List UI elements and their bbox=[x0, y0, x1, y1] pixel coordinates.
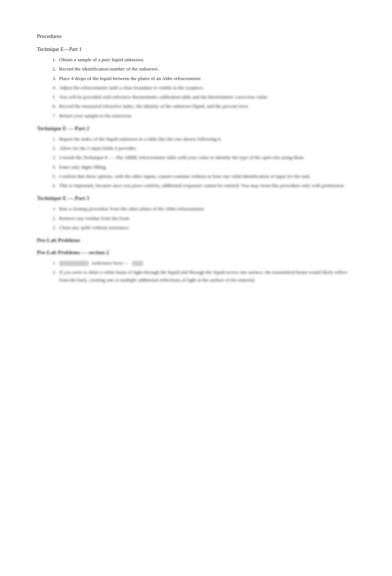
list-item: 4. Enter only digits filling. bbox=[48, 163, 355, 171]
list-item: 3. Consult the Technique E — The ABBE re… bbox=[48, 154, 355, 161]
page-container: Procedures Technique E—Part 1 1. Obtain … bbox=[37, 33, 355, 284]
pre-lab-problems-section-title: Pre-Lab Problems — section 2 bbox=[37, 249, 355, 256]
list-item: 2. Record the identification number of t… bbox=[48, 65, 355, 73]
pre-lab-problems-heading: Pre-Lab Problems bbox=[37, 237, 355, 244]
technique-e-part3-title: Technique E — Part 3 bbox=[37, 195, 355, 201]
list-item: 3. Clean any spills without assistance. bbox=[48, 224, 355, 231]
list-item: 5. Confirm that these options, with the … bbox=[48, 173, 355, 180]
section-heading: Procedures bbox=[37, 33, 355, 39]
list-item: 3. Place 4 drops of the liquid between t… bbox=[48, 75, 355, 82]
technique-e-part2-title: Technique E — Part 2 bbox=[37, 125, 355, 132]
list-item: 2. If you were to shine a white beam of … bbox=[48, 269, 355, 284]
list-item: 2. Allow for the 2 input fields it provi… bbox=[48, 145, 355, 152]
list-item: 6. This is important, because once you p… bbox=[48, 182, 355, 189]
list-item: 1. Obtain a sample of a pure liquid unkn… bbox=[48, 56, 355, 63]
list-item: 6. Record the measured refractive index,… bbox=[48, 103, 355, 110]
technique-e-part1-title: Technique E—Part 1 bbox=[37, 46, 355, 52]
list-item: 5. You will be provided with reference t… bbox=[48, 93, 355, 101]
list-item: 1. Report the index of the liquid unknow… bbox=[48, 135, 355, 143]
list-item: 1. (reference box) — bbox=[48, 259, 355, 267]
list-item: 7. Return your sample to the instructor. bbox=[48, 112, 355, 120]
list-item: 2. Remove any residue from the front. bbox=[48, 215, 355, 222]
list-item: 1. Run a cleanup procedure from the othe… bbox=[48, 205, 355, 213]
list-item: 4. Adjust the refractometer until a clea… bbox=[48, 84, 355, 92]
